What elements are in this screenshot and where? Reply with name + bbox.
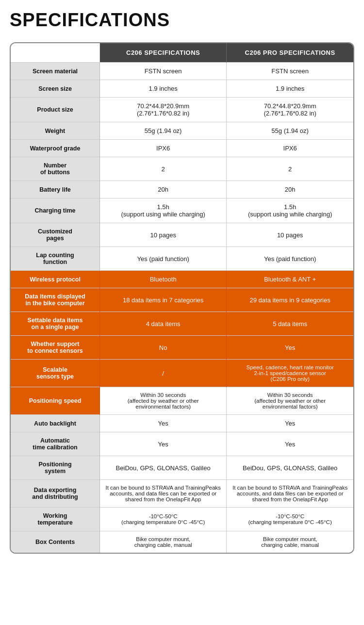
row-c206pro-10: Bluetooth & ANT + xyxy=(227,271,353,288)
row-c206pro-16: Yes xyxy=(227,415,353,432)
row-c206pro-2: 70.2*44.8*20.9mm(2.76*1.76*0.82 in) xyxy=(227,98,353,122)
row-c206-12: 4 data items xyxy=(100,312,227,336)
row-c206pro-3: 55g (1.94 oz) xyxy=(227,122,353,140)
row-c206pro-17: Yes xyxy=(227,432,353,456)
row-label-16: Auto backlight xyxy=(11,415,100,432)
row-c206pro-15: Within 30 seconds(affected by weather or… xyxy=(227,387,353,415)
row-label-17: Automatictime calibration xyxy=(11,432,100,456)
row-label-2: Product size xyxy=(11,98,100,122)
row-label-14: Scalablesensors type xyxy=(11,360,100,387)
row-c206pro-4: IPX6 xyxy=(227,140,353,157)
header-label-col xyxy=(11,43,100,63)
row-c206-17: Yes xyxy=(100,432,227,456)
row-c206-0: FSTN screen xyxy=(100,63,227,80)
row-c206pro-18: BeiDou, GPS, GLONASS, Galileo xyxy=(227,456,353,480)
row-c206-16: Yes xyxy=(100,415,227,432)
row-c206pro-5: 2 xyxy=(227,157,353,181)
row-c206pro-21: Bike computer mount,charging cable, manu… xyxy=(227,531,353,553)
row-c206pro-19: It can be bound to STRAVA and TrainingPe… xyxy=(227,480,353,508)
row-label-5: Numberof buttons xyxy=(11,157,100,181)
row-label-18: Positioningsystem xyxy=(11,456,100,480)
row-c206-20: -10°C-50°C(charging temperature 0°C -45°… xyxy=(100,508,227,531)
row-c206-15: Within 30 seconds(affected by weather or… xyxy=(100,387,227,415)
row-label-4: Waterproof grade xyxy=(11,140,100,157)
row-c206pro-8: 10 pages xyxy=(227,223,353,247)
row-c206-8: 10 pages xyxy=(100,223,227,247)
row-c206-14: / xyxy=(100,360,227,387)
row-label-21: Box Contents xyxy=(11,531,100,553)
row-label-10: Wireless protocol xyxy=(11,271,100,288)
row-c206-7: 1.5h(support using while charging) xyxy=(100,198,227,223)
row-label-6: Battery life xyxy=(11,181,100,198)
row-c206-3: 55g (1.94 oz) xyxy=(100,122,227,140)
specs-table-wrapper: C206 SPECIFICATIONS C206 PRO SPECIFICATI… xyxy=(10,42,354,554)
row-c206-19: It can be bound to STRAVA and TrainingPe… xyxy=(100,480,227,508)
row-c206pro-9: Yes (paid function) xyxy=(227,247,353,271)
row-c206-21: Bike computer mount,charging cable, manu… xyxy=(100,531,227,553)
row-c206-1: 1.9 inches xyxy=(100,80,227,98)
row-c206-11: 18 data items in 7 categories xyxy=(100,288,227,312)
row-c206pro-12: 5 data items xyxy=(227,312,353,336)
page-title: SPECIFICATIONS xyxy=(10,10,354,31)
row-c206-9: Yes (paid function) xyxy=(100,247,227,271)
row-label-0: Screen material xyxy=(11,63,100,80)
table-header: C206 SPECIFICATIONS C206 PRO SPECIFICATI… xyxy=(11,43,353,63)
header-c206: C206 SPECIFICATIONS xyxy=(100,43,227,63)
row-c206pro-7: 1.5h(support using while charging) xyxy=(227,198,353,223)
row-c206pro-0: FSTN screen xyxy=(227,63,353,80)
row-label-13: Whether supportto connect sensors xyxy=(11,336,100,360)
header-c206pro: C206 PRO SPECIFICATIONS xyxy=(227,43,353,63)
row-label-20: Workingtemperature xyxy=(11,508,100,531)
row-c206-2: 70.2*44.8*20.9mm(2.76*1.76*0.82 in) xyxy=(100,98,227,122)
row-label-1: Screen size xyxy=(11,80,100,98)
row-c206pro-14: Speed, cadence, heart rate monitor2-in-1… xyxy=(227,360,353,387)
row-label-9: Lap countingfunction xyxy=(11,247,100,271)
specs-table: C206 SPECIFICATIONS C206 PRO SPECIFICATI… xyxy=(11,43,353,553)
table-body: Screen materialFSTN screenFSTN screenScr… xyxy=(11,63,353,553)
row-c206-10: Bluetooth xyxy=(100,271,227,288)
row-label-8: Customizedpages xyxy=(11,223,100,247)
row-c206pro-6: 20h xyxy=(227,181,353,198)
row-label-3: Weight xyxy=(11,122,100,140)
row-label-11: Data items displayedin the bike computer xyxy=(11,288,100,312)
row-label-12: Settable data itemson a single page xyxy=(11,312,100,336)
row-label-7: Charging time xyxy=(11,198,100,223)
row-c206-18: BeiDou, GPS, GLONASS, Galileo xyxy=(100,456,227,480)
row-c206-5: 2 xyxy=(100,157,227,181)
row-label-19: Data exportingand distributing xyxy=(11,480,100,508)
row-c206pro-1: 1.9 inches xyxy=(227,80,353,98)
row-c206pro-20: -10°C-50°C(charging temperature 0°C -45°… xyxy=(227,508,353,531)
row-c206-6: 20h xyxy=(100,181,227,198)
row-c206pro-11: 29 data items in 9 categories xyxy=(227,288,353,312)
row-c206pro-13: Yes xyxy=(227,336,353,360)
row-c206-13: No xyxy=(100,336,227,360)
row-label-15: Positioning speed xyxy=(11,387,100,415)
row-c206-4: IPX6 xyxy=(100,140,227,157)
